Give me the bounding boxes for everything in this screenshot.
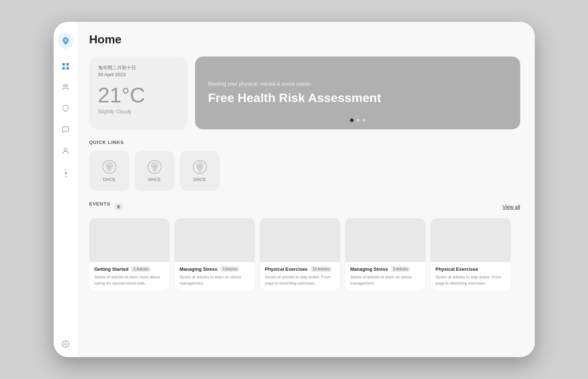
top-section: 兔年閏二月初十日 30 April 2023 21°C Slightly Clo… bbox=[89, 56, 520, 129]
weather-description: Slightly Cloudy bbox=[98, 109, 179, 114]
banner-dot-1[interactable] bbox=[350, 118, 354, 122]
svg-rect-2 bbox=[66, 63, 69, 66]
events-list: Getting Started 5 Articles Series of art… bbox=[89, 218, 520, 290]
event-card-image-1 bbox=[175, 218, 255, 262]
events-section-title: EVENTS bbox=[89, 201, 110, 207]
quick-link-label-2: DHCE bbox=[148, 177, 160, 182]
event-card-image-0 bbox=[89, 218, 170, 262]
settings-icon[interactable] bbox=[62, 340, 70, 350]
event-card-image-3 bbox=[345, 218, 425, 262]
quick-links-list: DHCE DHCE DHCE bbox=[89, 151, 520, 191]
event-card-title-row-2: Physical Exercises 10 Articles bbox=[265, 266, 335, 272]
event-card-title-row-4: Physical Exercises bbox=[436, 266, 506, 272]
event-card-4[interactable]: Physical Exercises Series of articles to… bbox=[431, 218, 511, 290]
svg-point-6 bbox=[66, 85, 68, 87]
event-card-body-0: Getting Started 5 Articles Series of art… bbox=[89, 262, 170, 290]
sidebar-nav bbox=[59, 60, 72, 340]
svg-rect-4 bbox=[66, 67, 69, 70]
event-card-desc-3: Series of articles to learn on stress ma… bbox=[350, 274, 420, 286]
events-count-badge: 6 bbox=[114, 203, 123, 210]
event-card-desc-2: Series of articles to stay active. From … bbox=[265, 274, 335, 286]
sidebar-scroll-indicators bbox=[65, 169, 67, 177]
weather-date-chinese: 兔年閏二月初十日 bbox=[98, 65, 179, 71]
event-card-body-2: Physical Exercises 10 Articles Series of… bbox=[260, 262, 340, 290]
quick-link-dhce-2[interactable]: DHCE bbox=[135, 151, 175, 191]
dhce-icon-3 bbox=[192, 160, 207, 174]
quick-link-label-3: DHCE bbox=[193, 177, 206, 182]
weather-card: 兔年閏二月初十日 30 April 2023 21°C Slightly Clo… bbox=[89, 56, 188, 129]
page-title: Home bbox=[89, 33, 122, 46]
sidebar-item-chat[interactable] bbox=[59, 123, 72, 136]
page-header: Home bbox=[89, 33, 520, 46]
event-card-body-4: Physical Exercises Series of articles to… bbox=[431, 262, 511, 290]
scroll-dot bbox=[65, 169, 67, 171]
event-card-title-0: Getting Started bbox=[94, 266, 129, 272]
event-card-1[interactable]: Managing Stress 3 Articles Series of art… bbox=[175, 218, 255, 290]
event-card-body-3: Managing Stress 3 Articles Series of art… bbox=[345, 262, 425, 290]
event-card-0[interactable]: Getting Started 5 Articles Series of art… bbox=[89, 218, 170, 290]
main-content: Home 兔年閏二月初十日 30 April 2023 21°C Slightl… bbox=[78, 22, 535, 357]
banner-title: Free Health Risk Assessment bbox=[208, 90, 507, 105]
sidebar-item-profile[interactable] bbox=[59, 144, 72, 157]
event-card-desc-1: Series of articles to learn on stress ma… bbox=[180, 274, 250, 286]
scroll-dot-active bbox=[65, 172, 67, 174]
event-card-badge-0: 5 Articles bbox=[131, 266, 151, 272]
quick-links-section: QUICK LINKS DHCE DHCE bbox=[89, 140, 520, 191]
scroll-dot bbox=[65, 176, 67, 177]
event-card-title-row-1: Managing Stress 3 Articles bbox=[180, 266, 250, 272]
event-card-title-1: Managing Stress bbox=[180, 266, 218, 272]
sidebar-item-home[interactable] bbox=[59, 60, 72, 73]
event-card-image-2 bbox=[260, 218, 340, 262]
sidebar bbox=[54, 22, 78, 357]
app-logo[interactable] bbox=[58, 33, 74, 49]
event-card-3[interactable]: Managing Stress 3 Articles Series of art… bbox=[345, 218, 425, 290]
event-card-desc-0: Series of articles to learn more about c… bbox=[94, 274, 164, 286]
event-card-body-1: Managing Stress 3 Articles Series of art… bbox=[175, 262, 255, 290]
event-card-badge-2: 10 Articles bbox=[311, 266, 332, 272]
event-card-badge-1: 3 Articles bbox=[221, 266, 240, 272]
events-title-row: EVENTS 6 bbox=[89, 201, 123, 212]
banner-pagination bbox=[350, 118, 365, 122]
quick-link-dhce-3[interactable]: DHCE bbox=[180, 151, 220, 191]
tablet-frame: Home 兔年閏二月初十日 30 April 2023 21°C Slightl… bbox=[54, 22, 535, 357]
event-card-title-3: Managing Stress bbox=[350, 266, 388, 272]
event-card-badge-3: 3 Articles bbox=[391, 266, 410, 272]
quick-link-dhce-1[interactable]: DHCE bbox=[89, 151, 129, 191]
event-card-title-row-0: Getting Started 5 Articles bbox=[94, 266, 164, 272]
weather-temperature: 21°C bbox=[98, 85, 179, 106]
event-card-image-4 bbox=[431, 218, 511, 262]
dhce-icon-1 bbox=[102, 160, 117, 174]
quick-link-label-1: DHCE bbox=[103, 177, 115, 182]
view-all-link[interactable]: View all bbox=[503, 204, 520, 210]
banner-card[interactable]: Meeting your physical, mental & social n… bbox=[195, 56, 520, 129]
svg-point-8 bbox=[65, 343, 67, 345]
events-header: EVENTS 6 View all bbox=[89, 201, 520, 212]
sidebar-item-health[interactable] bbox=[59, 102, 72, 115]
svg-rect-3 bbox=[62, 67, 65, 70]
event-card-title-4: Physical Exercises bbox=[436, 266, 478, 272]
svg-rect-1 bbox=[62, 63, 65, 66]
events-section: EVENTS 6 View all Getting Started 5 Arti… bbox=[89, 201, 520, 290]
banner-dot-3[interactable] bbox=[362, 119, 365, 122]
weather-date-english: 30 April 2023 bbox=[98, 72, 179, 77]
event-card-title-row-3: Managing Stress 3 Articles bbox=[350, 266, 420, 272]
quick-links-title: QUICK LINKS bbox=[89, 140, 520, 145]
event-card-desc-4: Series of articles to stay active. From … bbox=[436, 274, 506, 286]
svg-point-7 bbox=[64, 148, 67, 151]
event-card-2[interactable]: Physical Exercises 10 Articles Series of… bbox=[260, 218, 340, 290]
dhce-icon-2 bbox=[147, 160, 162, 174]
banner-dot-2[interactable] bbox=[357, 119, 359, 122]
banner-subtitle: Meeting your physical, mental & social n… bbox=[208, 81, 507, 87]
sidebar-item-community[interactable] bbox=[59, 81, 72, 94]
event-card-title-2: Physical Exercises bbox=[265, 266, 308, 272]
